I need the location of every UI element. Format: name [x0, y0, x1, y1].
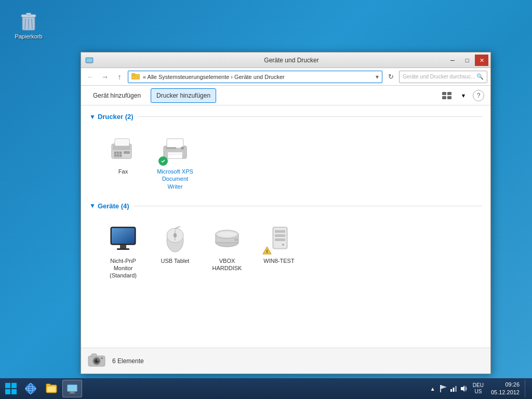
close-button[interactable]: ✕ — [475, 55, 488, 66]
main-window: Geräte und Drucker ─ □ ✕ ← → ↑ « Alle Sy… — [81, 52, 491, 374]
maximize-button[interactable]: □ — [460, 55, 474, 66]
svg-rect-11 — [442, 92, 446, 95]
svg-rect-50 — [275, 230, 285, 233]
recycle-bin-icon — [18, 10, 39, 31]
device-win8-test[interactable]: ! WIN8-TEST — [256, 218, 302, 283]
taskbar-item-explorer[interactable] — [42, 380, 61, 397]
usb-tablet-icon — [158, 222, 192, 255]
svg-rect-73 — [46, 384, 50, 386]
add-printer-button[interactable]: Drucker hinzufügen — [151, 88, 216, 103]
fax-icon — [107, 132, 140, 166]
taskbar-item-devices[interactable] — [62, 380, 82, 397]
devices-arrow[interactable]: ▼ — [89, 202, 96, 209]
monitor-icon — [107, 222, 140, 255]
system-tray: ▲ — [428, 383, 469, 394]
view-options-button[interactable] — [440, 88, 454, 103]
date-display: 05.12.2012 — [491, 389, 520, 396]
svg-rect-37 — [120, 245, 126, 249]
printers-title[interactable]: Drucker (2) — [98, 113, 134, 121]
devices-section-header: ▼ Geräte (4) — [89, 202, 482, 210]
language-indicator[interactable]: DEU US — [471, 382, 486, 395]
svg-rect-74 — [47, 387, 56, 392]
device-usb-tablet[interactable]: USB Tablet — [152, 218, 198, 283]
svg-rect-31 — [166, 147, 176, 149]
add-device-button[interactable]: Gerät hinzufügen — [87, 88, 147, 103]
locale-text: US — [474, 389, 482, 395]
minimize-button[interactable]: ─ — [446, 55, 459, 66]
start-button[interactable] — [2, 380, 20, 397]
vbox-hdd-label: VBOX HARDDISK — [207, 257, 247, 272]
content-area: ▼ Drucker (2) — [81, 105, 490, 348]
tray-flag-icon[interactable] — [438, 383, 448, 394]
address-path[interactable]: « Alle Systemsteuerungselemente › Geräte… — [128, 71, 382, 83]
help-button[interactable]: ? — [473, 90, 484, 101]
printers-section-header: ▼ Drucker (2) — [89, 113, 482, 121]
window-icon — [85, 56, 94, 64]
taskbar-item-ie[interactable] — [21, 380, 41, 397]
svg-rect-82 — [453, 388, 454, 392]
clock[interactable]: 09:26 05.12.2012 — [488, 381, 523, 397]
svg-rect-20 — [124, 151, 130, 154]
desktop-icon-recycle-bin[interactable]: Papierkorb — [10, 10, 47, 39]
vbox-hdd-icon — [210, 222, 244, 255]
time-display: 09:26 — [505, 381, 520, 389]
back-button[interactable]: ← — [84, 71, 97, 83]
search-placeholder: Geräte und Drucker durchsuc... — [403, 74, 475, 79]
recycle-bin-label: Papierkorb — [15, 33, 42, 39]
device-fax[interactable]: Fax — [100, 129, 147, 194]
printers-arrow[interactable]: ▼ — [89, 113, 96, 121]
svg-rect-78 — [69, 393, 75, 394]
search-icon[interactable]: 🔍 — [476, 73, 484, 80]
svg-rect-30 — [168, 152, 182, 154]
forward-button[interactable]: → — [99, 71, 111, 83]
tray-chevron-icon[interactable]: ▲ — [428, 383, 437, 394]
tray-network-icon[interactable] — [449, 383, 458, 394]
camera-icon — [87, 352, 106, 370]
warning-badge: ! — [262, 246, 272, 255]
svg-rect-81 — [450, 389, 452, 392]
printers-grid: Fax — [89, 125, 482, 200]
svg-rect-7 — [86, 58, 92, 62]
svg-rect-62 — [101, 357, 103, 359]
svg-rect-10 — [131, 73, 135, 75]
svg-point-24 — [115, 155, 116, 156]
svg-rect-66 — [5, 389, 10, 394]
status-count: 6 Elemente — [112, 357, 144, 365]
svg-rect-42 — [174, 233, 177, 237]
explorer-icon — [45, 382, 58, 395]
printers-divider — [138, 116, 482, 117]
svg-rect-64 — [5, 383, 10, 388]
tray-volume-icon[interactable] — [459, 383, 469, 394]
svg-point-26 — [120, 155, 122, 156]
devices-icon — [66, 382, 78, 395]
svg-point-32 — [181, 147, 184, 150]
usb-tablet-label: USB Tablet — [161, 257, 190, 264]
svg-rect-65 — [11, 383, 17, 388]
refresh-button[interactable]: ↻ — [384, 71, 397, 83]
device-vbox-hdd[interactable]: VBOX HARDDISK — [204, 218, 250, 283]
svg-line-5 — [32, 19, 32, 29]
devices-title[interactable]: Geräte (4) — [98, 202, 129, 210]
device-xps-writer[interactable]: Microsoft XPSDocument Writer — [152, 129, 198, 194]
dropdown-arrow[interactable]: ▾ — [376, 73, 379, 81]
device-monitor[interactable]: Nicht-PnPMonitor(Standard) — [100, 218, 147, 283]
svg-point-46 — [218, 232, 236, 237]
svg-rect-57 — [91, 354, 97, 357]
svg-point-21 — [115, 152, 116, 154]
svg-marker-84 — [461, 385, 464, 392]
svg-rect-29 — [168, 154, 182, 158]
show-desktop-button[interactable] — [525, 380, 530, 397]
svg-rect-52 — [275, 238, 285, 241]
devices-grid: Nicht-PnPMonitor(Standard) — [89, 214, 482, 289]
breadcrumb-text: « Alle Systemsteuerungselemente › Geräte… — [143, 74, 285, 80]
svg-point-23 — [120, 152, 122, 154]
up-button[interactable]: ↑ — [113, 71, 126, 83]
svg-text:!: ! — [267, 249, 268, 254]
view-dropdown-button[interactable]: ▾ — [456, 88, 471, 103]
win8-test-icon: ! — [262, 222, 296, 255]
search-box[interactable]: Geräte und Drucker durchsuc... 🔍 — [399, 71, 487, 83]
svg-line-3 — [25, 19, 25, 29]
ie-icon — [24, 382, 37, 395]
xps-writer-icon — [158, 132, 192, 166]
xps-writer-label: Microsoft XPSDocument Writer — [155, 168, 195, 190]
